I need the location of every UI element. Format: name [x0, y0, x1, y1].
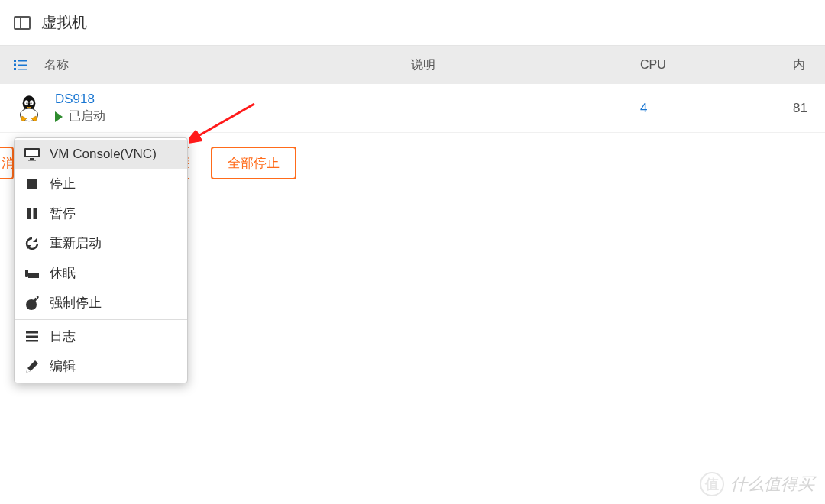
vm-cpu-cell[interactable]: 4	[640, 101, 793, 116]
column-header-desc[interactable]: 说明	[411, 57, 640, 73]
logs-icon	[24, 328, 40, 345]
svg-rect-19	[25, 270, 28, 277]
menu-item-restart[interactable]: 重新启动	[15, 228, 187, 258]
svg-rect-15	[28, 160, 36, 161]
restart-icon	[24, 235, 40, 252]
sleep-icon	[24, 265, 40, 282]
menu-label: 停止	[50, 175, 76, 192]
stop-icon	[24, 176, 40, 192]
svg-rect-1	[18, 60, 28, 62]
svg-rect-3	[18, 65, 28, 66]
menu-label: 暂停	[50, 205, 76, 222]
menu-item-stop[interactable]: 停止	[15, 169, 187, 199]
svg-point-8	[30, 100, 34, 105]
monitor-icon	[24, 146, 40, 163]
panel-icon	[14, 16, 31, 30]
menu-label: 编辑	[50, 357, 76, 375]
edit-icon	[24, 358, 40, 375]
menu-label: 休眠	[50, 264, 76, 282]
pause-icon	[24, 205, 40, 222]
menu-label: 日志	[50, 328, 76, 345]
watermark: 值 什么值得买	[700, 472, 814, 496]
menu-item-logs[interactable]: 日志	[15, 321, 187, 351]
watermark-text: 什么值得买	[730, 473, 814, 496]
stop-all-button[interactable]: 全部停止	[211, 147, 296, 179]
svg-point-10	[30, 102, 31, 104]
svg-rect-16	[27, 179, 37, 189]
vm-os-icon	[14, 93, 44, 124]
page-header: 虚拟机	[0, 0, 825, 46]
svg-rect-24	[26, 331, 38, 334]
svg-rect-14	[30, 158, 34, 160]
button-partial-left[interactable]: 消	[0, 147, 14, 179]
running-icon	[55, 111, 63, 122]
table-row[interactable]: DS918 已启动 4 81	[0, 84, 825, 133]
svg-rect-26	[26, 340, 38, 342]
svg-rect-18	[34, 208, 37, 219]
menu-item-force-stop[interactable]: 强制停止	[15, 288, 187, 318]
vm-context-menu: VM Console(VNC) 停止 暂停 重新启动 休眠 强制停止 日志 编辑	[14, 137, 188, 383]
menu-label: 强制停止	[50, 294, 102, 312]
svg-point-7	[24, 100, 28, 105]
svg-rect-17	[28, 208, 31, 219]
menu-item-edit[interactable]: 编辑	[15, 351, 187, 381]
page-title: 虚拟机	[41, 12, 87, 33]
vm-status-text: 已启动	[69, 108, 105, 124]
table-header-row: 名称 说明 CPU 内	[0, 46, 825, 84]
svg-point-9	[26, 102, 28, 104]
watermark-badge: 值	[700, 472, 724, 496]
menu-divider	[15, 319, 187, 320]
svg-rect-5	[18, 69, 28, 70]
menu-item-pause[interactable]: 暂停	[15, 199, 187, 228]
menu-label: VM Console(VNC)	[50, 147, 157, 162]
menu-item-hibernate[interactable]: 休眠	[15, 258, 187, 288]
svg-rect-25	[26, 335, 38, 338]
vm-name-link[interactable]: DS918	[55, 92, 105, 107]
column-header-cpu[interactable]: CPU	[640, 58, 793, 72]
svg-rect-4	[14, 68, 16, 70]
svg-rect-2	[14, 64, 16, 66]
svg-rect-20	[28, 273, 39, 276]
svg-rect-13	[26, 150, 38, 156]
menu-item-vnc[interactable]: VM Console(VNC)	[15, 140, 187, 169]
column-header-memory[interactable]: 内	[793, 57, 825, 73]
svg-rect-21	[28, 276, 39, 278]
menu-label: 重新启动	[50, 234, 102, 252]
svg-rect-0	[14, 60, 16, 62]
vm-memory-cell: 81	[793, 101, 825, 116]
bomb-icon	[24, 295, 40, 312]
list-view-icon[interactable]	[14, 60, 28, 70]
column-header-name[interactable]: 名称	[44, 57, 69, 73]
